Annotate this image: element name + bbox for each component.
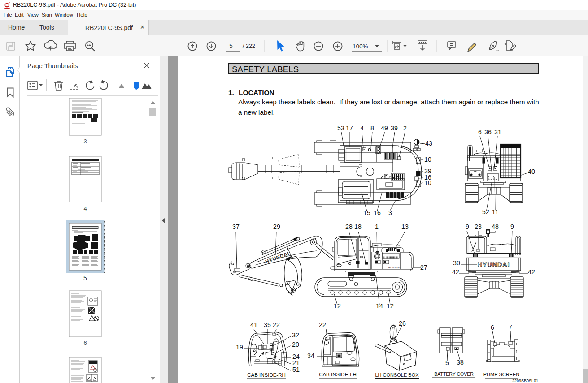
svg-text:22: 22 [273, 321, 280, 328]
svg-text:3: 3 [388, 209, 392, 216]
svg-text:53: 53 [337, 125, 344, 132]
svg-text:17: 17 [346, 125, 353, 132]
svg-text:18: 18 [354, 223, 362, 230]
svg-text:26: 26 [399, 320, 406, 327]
svg-text:41: 41 [250, 321, 257, 328]
svg-text:7: 7 [509, 323, 512, 331]
svg-text:22: 22 [319, 321, 326, 328]
svg-text:6: 6 [478, 129, 482, 136]
svg-text:1: 1 [375, 223, 379, 230]
svg-text:13: 13 [401, 223, 409, 230]
svg-text:16: 16 [374, 209, 381, 216]
svg-text:Page Thumbnails: Page Thumbnails [27, 62, 78, 69]
svg-text:19: 19 [236, 344, 243, 351]
svg-text:PUMP SCREEN: PUMP SCREEN [483, 372, 520, 377]
svg-text:5: 5 [83, 275, 87, 282]
svg-text:6: 6 [491, 324, 494, 331]
svg-text:9: 9 [510, 223, 514, 230]
svg-text:32: 32 [292, 331, 299, 339]
svg-text:42: 42 [528, 268, 535, 275]
svg-text:49: 49 [381, 125, 388, 132]
svg-text:R220LC-9S: R220LC-9S [388, 266, 401, 269]
svg-text:2209SB0SL01: 2209SB0SL01 [512, 379, 538, 383]
svg-text:28: 28 [345, 223, 353, 230]
svg-text:9: 9 [466, 223, 469, 230]
svg-text:42: 42 [452, 268, 459, 275]
svg-text:29: 29 [273, 223, 280, 230]
svg-text:39: 39 [391, 125, 398, 132]
svg-text:43: 43 [425, 140, 432, 147]
svg-text:48: 48 [492, 223, 499, 230]
svg-text:8: 8 [370, 125, 374, 132]
svg-text:15: 15 [363, 209, 370, 216]
svg-text:5: 5 [445, 359, 449, 366]
svg-text:51: 51 [292, 366, 300, 373]
svg-text:LH CONSOLE BOX: LH CONSOLE BOX [375, 372, 419, 378]
svg-text:HYUNDAI: HYUNDAI [265, 251, 290, 264]
svg-text:34: 34 [307, 352, 314, 359]
svg-text:6: 6 [83, 340, 87, 346]
svg-text:40: 40 [528, 168, 535, 175]
svg-text:12: 12 [334, 302, 341, 310]
svg-text:52: 52 [482, 208, 489, 215]
svg-text:11: 11 [492, 208, 499, 215]
svg-text:2: 2 [403, 125, 407, 132]
svg-text:10: 10 [424, 156, 431, 163]
svg-text:37: 37 [232, 223, 240, 230]
svg-text:35: 35 [264, 321, 271, 328]
svg-text:12: 12 [387, 302, 394, 310]
svg-text:30: 30 [453, 259, 460, 267]
svg-text:27: 27 [420, 264, 427, 271]
svg-text:CAB INSIDE-LH: CAB INSIDE-LH [319, 372, 357, 377]
svg-text:HYUNDAI: HYUNDAI [478, 261, 510, 268]
svg-text:14: 14 [376, 302, 383, 310]
svg-text:4: 4 [360, 125, 364, 132]
svg-text:38: 38 [457, 359, 464, 366]
svg-text:4: 4 [83, 205, 87, 212]
svg-text:3: 3 [83, 138, 87, 145]
svg-text:21: 21 [292, 359, 300, 366]
svg-text:20: 20 [292, 341, 299, 348]
svg-text:31: 31 [494, 129, 501, 136]
svg-text:36: 36 [484, 129, 492, 136]
svg-text:23: 23 [475, 223, 482, 230]
svg-text:CAB INSIDE-RH: CAB INSIDE-RH [247, 372, 286, 378]
svg-text:BATTERY COVER: BATTERY COVER [434, 371, 474, 377]
svg-text:10: 10 [424, 179, 431, 186]
